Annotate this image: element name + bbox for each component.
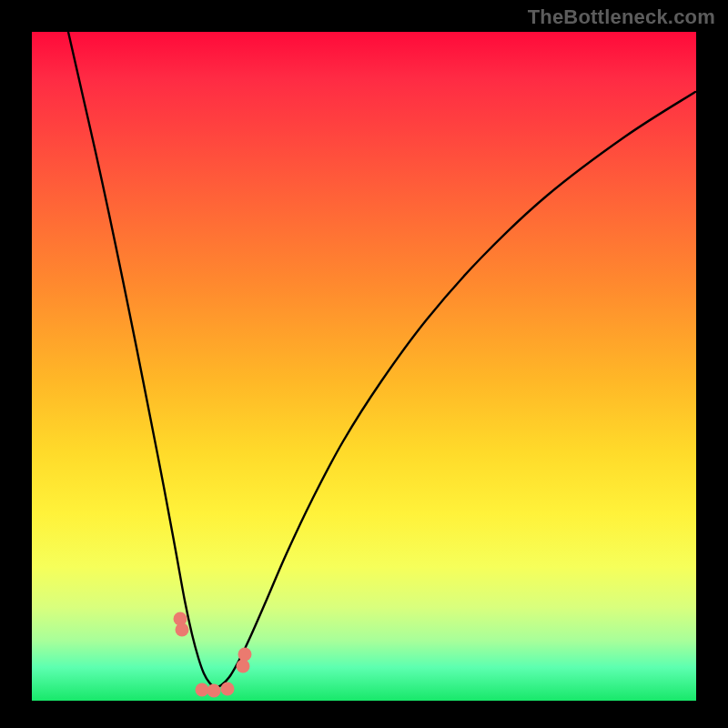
bottleneck-curve — [68, 32, 695, 687]
marker-dot — [207, 684, 221, 698]
curve-layer — [32, 32, 696, 701]
marker-dot — [221, 682, 235, 696]
plot-area — [32, 32, 696, 701]
marker-dot — [176, 623, 189, 637]
markers-group — [174, 612, 252, 698]
watermark-text: TheBottleneck.com — [528, 5, 715, 29]
marker-dot — [237, 660, 250, 673]
frame: TheBottleneck.com — [0, 0, 728, 728]
marker-dot — [238, 648, 252, 662]
marker-dot — [196, 683, 209, 697]
